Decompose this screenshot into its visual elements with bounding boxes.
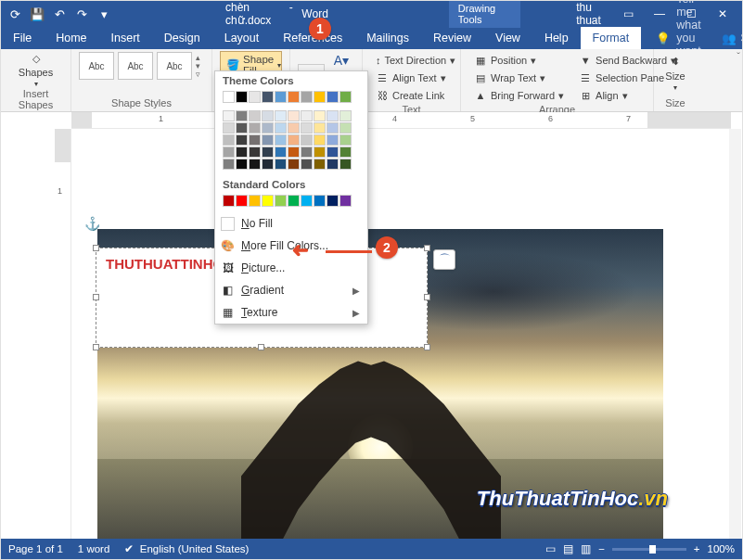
color-swatch[interactable]	[301, 146, 313, 158]
color-swatch[interactable]	[223, 159, 235, 170]
shape-style-preset[interactable]: Abc	[157, 52, 192, 80]
color-swatch[interactable]	[249, 110, 261, 121]
horizontal-ruler[interactable]: 1 2 3 4 5 6 7	[71, 112, 731, 129]
word-count[interactable]: 1 word	[78, 543, 110, 554]
color-swatch[interactable]	[314, 195, 326, 207]
tab-mailings[interactable]: Mailings	[354, 27, 421, 49]
color-swatch[interactable]	[275, 134, 287, 146]
resize-handle[interactable]	[93, 294, 99, 300]
color-swatch[interactable]	[301, 195, 313, 207]
color-swatch[interactable]	[262, 195, 274, 207]
color-swatch[interactable]	[262, 146, 274, 158]
minimize-icon[interactable]: —	[644, 1, 675, 27]
color-swatch[interactable]	[275, 159, 287, 170]
undo-icon[interactable]: ↶	[49, 4, 70, 24]
color-swatch[interactable]	[236, 134, 248, 146]
color-swatch[interactable]	[236, 146, 248, 158]
color-swatch[interactable]	[249, 134, 261, 146]
color-swatch[interactable]	[339, 110, 352, 121]
resize-handle[interactable]	[424, 245, 430, 251]
color-swatch[interactable]	[314, 134, 326, 146]
color-swatch[interactable]	[223, 122, 235, 134]
tab-layout[interactable]: Layout	[212, 27, 272, 49]
tab-format[interactable]: Format	[581, 27, 642, 49]
color-swatch[interactable]	[327, 159, 339, 170]
zoom-slider[interactable]	[612, 548, 686, 551]
no-fill-item[interactable]: No Fill	[215, 212, 367, 235]
tab-view[interactable]: View	[483, 27, 532, 49]
color-swatch[interactable]	[314, 91, 326, 103]
color-swatch[interactable]	[236, 159, 248, 170]
read-mode-icon[interactable]: ▭	[545, 542, 556, 555]
color-swatch[interactable]	[275, 122, 287, 134]
color-swatch[interactable]	[236, 122, 248, 134]
color-swatch[interactable]	[301, 110, 313, 121]
tab-help[interactable]: Help	[532, 27, 581, 49]
color-swatch[interactable]	[288, 91, 300, 103]
color-swatch[interactable]	[327, 146, 339, 158]
close-icon[interactable]: ✕	[707, 1, 738, 27]
color-swatch[interactable]	[339, 159, 352, 170]
web-layout-icon[interactable]: ▥	[581, 542, 591, 555]
color-swatch[interactable]	[301, 122, 313, 134]
tell-me-search[interactable]: 💡 Tell me what you want to do	[648, 27, 708, 49]
color-swatch[interactable]	[339, 122, 352, 134]
gallery-scroll[interactable]: ▴▾▿	[196, 54, 200, 79]
vertical-scrollbar[interactable]	[729, 129, 741, 539]
color-swatch[interactable]	[275, 91, 287, 103]
tab-file[interactable]: File	[1, 27, 44, 49]
qat-dropdown-icon[interactable]: ▾	[94, 4, 114, 24]
more-fill-colors-item[interactable]: 🎨 More Fill Colors...	[215, 235, 367, 257]
color-swatch[interactable]	[275, 195, 287, 207]
autosave-icon[interactable]: ⟳	[5, 4, 25, 24]
contextual-tab-label[interactable]: Drawing Tools	[449, 0, 520, 28]
color-swatch[interactable]	[262, 159, 274, 170]
color-swatch[interactable]	[223, 195, 235, 207]
resize-handle[interactable]	[424, 344, 430, 350]
tab-home[interactable]: Home	[44, 27, 98, 49]
color-swatch[interactable]	[288, 134, 300, 146]
position-button[interactable]: ▦Position ▾	[468, 52, 570, 69]
bring-forward-button[interactable]: ▲Bring Forward ▾	[468, 87, 570, 104]
texture-fill-item[interactable]: ▦ Texture▶	[215, 301, 367, 324]
resize-handle[interactable]	[93, 344, 99, 350]
shapes-button[interactable]: ◇ Shapes ▾	[8, 52, 63, 88]
create-link-button[interactable]: ⛓Create Link	[370, 87, 453, 104]
save-icon[interactable]: 💾	[27, 4, 47, 24]
resize-handle[interactable]	[258, 344, 264, 350]
color-swatch[interactable]	[236, 195, 248, 207]
color-swatch[interactable]	[236, 110, 248, 121]
color-swatch[interactable]	[301, 159, 313, 170]
color-swatch[interactable]	[314, 110, 326, 121]
zoom-in-icon[interactable]: +	[694, 543, 700, 554]
tab-design[interactable]: Design	[152, 27, 212, 49]
color-swatch[interactable]	[236, 91, 248, 103]
color-swatch[interactable]	[262, 134, 274, 146]
color-swatch[interactable]	[339, 146, 352, 158]
color-swatch[interactable]	[339, 134, 352, 146]
language-status[interactable]: ✔ English (United States)	[124, 542, 249, 555]
color-swatch[interactable]	[223, 146, 235, 158]
resize-handle[interactable]	[93, 245, 99, 251]
resize-handle[interactable]	[424, 294, 430, 300]
vertical-ruler[interactable]: 1	[55, 129, 71, 539]
color-swatch[interactable]	[327, 122, 339, 134]
picture-fill-item[interactable]: 🖼 Picture...	[215, 257, 367, 279]
color-swatch[interactable]	[327, 91, 339, 103]
color-swatch[interactable]	[262, 91, 274, 103]
color-swatch[interactable]	[223, 91, 235, 103]
color-swatch[interactable]	[301, 134, 313, 146]
color-swatch[interactable]	[301, 91, 313, 103]
color-swatch[interactable]	[249, 122, 261, 134]
zoom-out-icon[interactable]: −	[598, 543, 605, 554]
color-swatch[interactable]	[249, 159, 261, 170]
color-swatch[interactable]	[249, 146, 261, 158]
color-swatch[interactable]	[223, 134, 235, 146]
color-swatch[interactable]	[249, 91, 261, 103]
color-swatch[interactable]	[288, 159, 300, 170]
color-swatch[interactable]	[314, 159, 326, 170]
color-swatch[interactable]	[314, 122, 326, 134]
shape-style-preset[interactable]: Abc	[79, 52, 114, 80]
align-text-button[interactable]: ☰Align Text ▾	[370, 70, 453, 86]
wrap-text-button[interactable]: ▤Wrap Text ▾	[468, 70, 570, 86]
